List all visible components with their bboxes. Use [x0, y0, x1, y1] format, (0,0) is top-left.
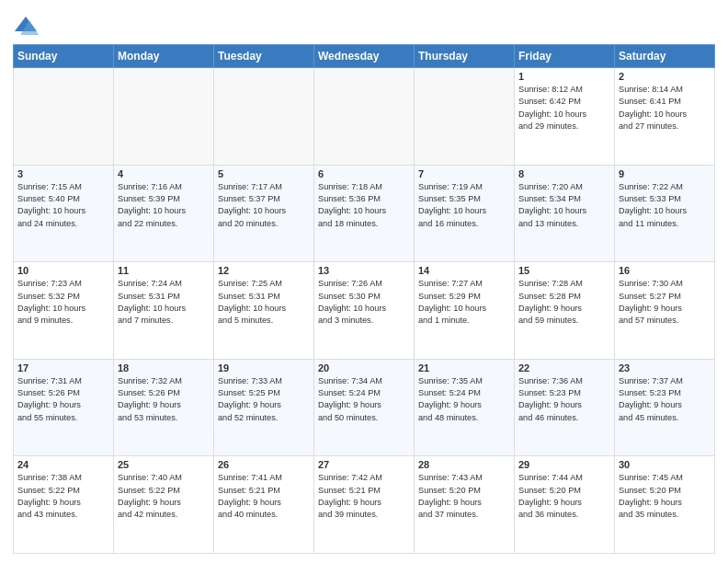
calendar-cell: 4Sunrise: 7:16 AM Sunset: 5:39 PM Daylig… [114, 165, 214, 262]
day-info: Sunrise: 7:37 AM Sunset: 5:23 PM Dayligh… [619, 375, 711, 424]
calendar-cell: 17Sunrise: 7:31 AM Sunset: 5:26 PM Dayli… [14, 359, 114, 456]
day-info: Sunrise: 7:42 AM Sunset: 5:21 PM Dayligh… [318, 472, 410, 521]
day-info: Sunrise: 7:17 AM Sunset: 5:37 PM Dayligh… [218, 181, 310, 230]
day-number: 13 [318, 265, 410, 276]
calendar-week-row: 1Sunrise: 8:12 AM Sunset: 6:42 PM Daylig… [14, 68, 715, 166]
logo-icon [13, 13, 39, 39]
day-info: Sunrise: 7:15 AM Sunset: 5:40 PM Dayligh… [17, 181, 109, 230]
calendar-table: SundayMondayTuesdayWednesdayThursdayFrid… [13, 44, 715, 554]
weekday-header: Monday [114, 45, 214, 68]
day-number: 5 [218, 168, 310, 179]
calendar-cell: 3Sunrise: 7:15 AM Sunset: 5:40 PM Daylig… [14, 165, 114, 262]
day-number: 20 [318, 362, 410, 373]
day-number: 27 [318, 459, 410, 470]
day-info: Sunrise: 7:22 AM Sunset: 5:33 PM Dayligh… [619, 181, 711, 230]
day-number: 19 [218, 362, 310, 373]
logo [13, 13, 42, 39]
day-info: Sunrise: 8:12 AM Sunset: 6:42 PM Dayligh… [518, 84, 610, 132]
calendar-cell: 30Sunrise: 7:45 AM Sunset: 5:20 PM Dayli… [615, 456, 715, 554]
weekday-header: Wednesday [314, 45, 415, 68]
calendar-cell: 26Sunrise: 7:41 AM Sunset: 5:21 PM Dayli… [214, 456, 314, 554]
day-info: Sunrise: 7:18 AM Sunset: 5:36 PM Dayligh… [318, 181, 410, 230]
calendar-cell: 12Sunrise: 7:25 AM Sunset: 5:31 PM Dayli… [214, 262, 314, 360]
day-info: Sunrise: 7:43 AM Sunset: 5:20 PM Dayligh… [418, 472, 510, 521]
day-number: 24 [17, 459, 109, 470]
calendar-cell: 27Sunrise: 7:42 AM Sunset: 5:21 PM Dayli… [314, 456, 415, 554]
day-info: Sunrise: 7:33 AM Sunset: 5:25 PM Dayligh… [218, 375, 310, 424]
day-number: 15 [518, 265, 610, 276]
weekday-header: Tuesday [214, 45, 314, 68]
calendar-cell: 28Sunrise: 7:43 AM Sunset: 5:20 PM Dayli… [415, 456, 515, 554]
calendar-cell: 22Sunrise: 7:36 AM Sunset: 5:23 PM Dayli… [515, 359, 615, 456]
day-info: Sunrise: 8:14 AM Sunset: 6:41 PM Dayligh… [619, 84, 711, 132]
day-number: 6 [318, 168, 410, 179]
calendar-cell [314, 68, 415, 166]
calendar-cell: 16Sunrise: 7:30 AM Sunset: 5:27 PM Dayli… [615, 262, 715, 360]
calendar-cell: 19Sunrise: 7:33 AM Sunset: 5:25 PM Dayli… [214, 359, 314, 456]
day-number: 28 [418, 459, 510, 470]
day-info: Sunrise: 7:41 AM Sunset: 5:21 PM Dayligh… [218, 472, 310, 521]
day-info: Sunrise: 7:28 AM Sunset: 5:28 PM Dayligh… [518, 278, 610, 327]
calendar-cell: 23Sunrise: 7:37 AM Sunset: 5:23 PM Dayli… [615, 359, 715, 456]
day-number: 29 [518, 459, 610, 470]
day-number: 12 [218, 265, 310, 276]
day-number: 23 [619, 362, 711, 373]
weekday-header-row: SundayMondayTuesdayWednesdayThursdayFrid… [14, 45, 715, 68]
day-info: Sunrise: 7:27 AM Sunset: 5:29 PM Dayligh… [418, 278, 510, 327]
day-info: Sunrise: 7:26 AM Sunset: 5:30 PM Dayligh… [318, 278, 410, 327]
calendar-cell: 1Sunrise: 8:12 AM Sunset: 6:42 PM Daylig… [515, 68, 615, 166]
day-info: Sunrise: 7:34 AM Sunset: 5:24 PM Dayligh… [318, 375, 410, 424]
day-info: Sunrise: 7:35 AM Sunset: 5:24 PM Dayligh… [418, 375, 510, 424]
calendar-cell: 8Sunrise: 7:20 AM Sunset: 5:34 PM Daylig… [515, 165, 615, 262]
day-info: Sunrise: 7:24 AM Sunset: 5:31 PM Dayligh… [118, 278, 210, 327]
calendar-cell [114, 68, 214, 166]
day-number: 1 [518, 71, 610, 82]
day-number: 25 [118, 459, 210, 470]
day-info: Sunrise: 7:23 AM Sunset: 5:32 PM Dayligh… [17, 278, 109, 327]
calendar-week-row: 24Sunrise: 7:38 AM Sunset: 5:22 PM Dayli… [14, 456, 715, 554]
weekday-header: Thursday [415, 45, 515, 68]
day-number: 26 [218, 459, 310, 470]
calendar-cell: 25Sunrise: 7:40 AM Sunset: 5:22 PM Dayli… [114, 456, 214, 554]
day-info: Sunrise: 7:16 AM Sunset: 5:39 PM Dayligh… [118, 181, 210, 230]
weekday-header: Saturday [615, 45, 715, 68]
day-info: Sunrise: 7:25 AM Sunset: 5:31 PM Dayligh… [218, 278, 310, 327]
day-number: 8 [518, 168, 610, 179]
page: SundayMondayTuesdayWednesdayThursdayFrid… [0, 0, 728, 563]
day-info: Sunrise: 7:19 AM Sunset: 5:35 PM Dayligh… [418, 181, 510, 230]
header [13, 9, 715, 39]
weekday-header: Sunday [14, 45, 114, 68]
calendar-cell: 2Sunrise: 8:14 AM Sunset: 6:41 PM Daylig… [615, 68, 715, 166]
day-info: Sunrise: 7:32 AM Sunset: 5:26 PM Dayligh… [118, 375, 210, 424]
day-number: 17 [17, 362, 109, 373]
calendar-week-row: 17Sunrise: 7:31 AM Sunset: 5:26 PM Dayli… [14, 359, 715, 456]
calendar-cell: 15Sunrise: 7:28 AM Sunset: 5:28 PM Dayli… [515, 262, 615, 360]
calendar-cell: 13Sunrise: 7:26 AM Sunset: 5:30 PM Dayli… [314, 262, 415, 360]
calendar-cell: 20Sunrise: 7:34 AM Sunset: 5:24 PM Dayli… [314, 359, 415, 456]
calendar-cell: 5Sunrise: 7:17 AM Sunset: 5:37 PM Daylig… [214, 165, 314, 262]
day-number: 4 [118, 168, 210, 179]
day-number: 22 [518, 362, 610, 373]
calendar-cell: 10Sunrise: 7:23 AM Sunset: 5:32 PM Dayli… [14, 262, 114, 360]
calendar-cell [14, 68, 114, 166]
calendar-cell: 18Sunrise: 7:32 AM Sunset: 5:26 PM Dayli… [114, 359, 214, 456]
day-info: Sunrise: 7:31 AM Sunset: 5:26 PM Dayligh… [17, 375, 109, 424]
calendar-week-row: 10Sunrise: 7:23 AM Sunset: 5:32 PM Dayli… [14, 262, 715, 360]
day-info: Sunrise: 7:45 AM Sunset: 5:20 PM Dayligh… [619, 472, 711, 521]
calendar-week-row: 3Sunrise: 7:15 AM Sunset: 5:40 PM Daylig… [14, 165, 715, 262]
calendar-cell: 11Sunrise: 7:24 AM Sunset: 5:31 PM Dayli… [114, 262, 214, 360]
day-info: Sunrise: 7:30 AM Sunset: 5:27 PM Dayligh… [619, 278, 711, 327]
calendar-cell [415, 68, 515, 166]
day-number: 14 [418, 265, 510, 276]
calendar-cell: 7Sunrise: 7:19 AM Sunset: 5:35 PM Daylig… [415, 165, 515, 262]
day-info: Sunrise: 7:20 AM Sunset: 5:34 PM Dayligh… [518, 181, 610, 230]
calendar-cell: 21Sunrise: 7:35 AM Sunset: 5:24 PM Dayli… [415, 359, 515, 456]
calendar-cell: 6Sunrise: 7:18 AM Sunset: 5:36 PM Daylig… [314, 165, 415, 262]
day-info: Sunrise: 7:40 AM Sunset: 5:22 PM Dayligh… [118, 472, 210, 521]
calendar-cell: 29Sunrise: 7:44 AM Sunset: 5:20 PM Dayli… [515, 456, 615, 554]
day-number: 9 [619, 168, 711, 179]
day-number: 30 [619, 459, 711, 470]
calendar-cell: 14Sunrise: 7:27 AM Sunset: 5:29 PM Dayli… [415, 262, 515, 360]
day-number: 3 [17, 168, 109, 179]
calendar-cell [214, 68, 314, 166]
